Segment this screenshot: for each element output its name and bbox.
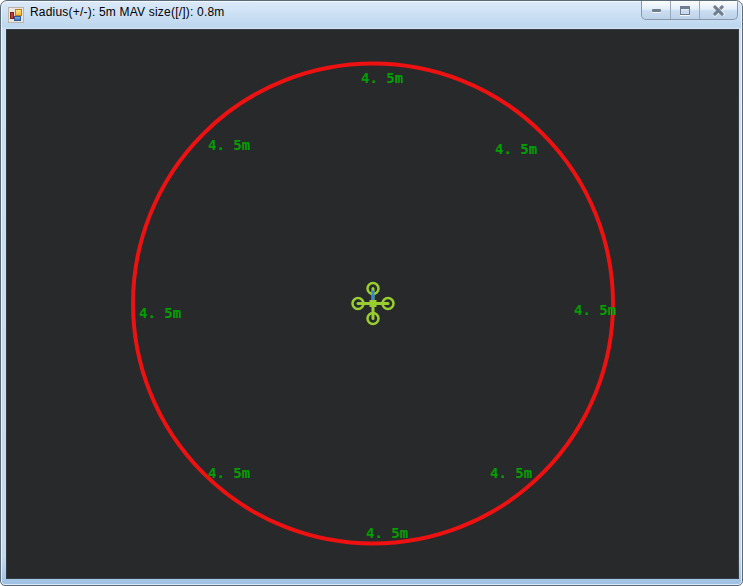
close-button[interactable] <box>700 1 737 19</box>
minimize-button[interactable] <box>642 1 671 19</box>
mav-radius-canvas[interactable]: 4. 5m 4. 5m 4. 5m 4. 5m 4. 5m 4. 5m 4. 5… <box>6 29 739 579</box>
radius-label-right: 4. 5m <box>574 303 616 318</box>
app-icon-blue-square <box>14 16 21 21</box>
radius-label-top-right: 4. 5m <box>495 142 537 157</box>
app-icon <box>8 7 24 23</box>
maximize-button[interactable] <box>671 1 700 19</box>
maximize-icon <box>680 6 690 15</box>
radius-label-left: 4. 5m <box>139 306 181 321</box>
caption-button-group <box>641 1 738 20</box>
mav-hub <box>370 300 377 307</box>
window-title: Radius(+/-): 5m MAV size([/]): 0.8m <box>30 5 224 25</box>
app-icon-yellow-square <box>15 9 22 16</box>
radius-label-bottom-right: 4. 5m <box>490 466 532 481</box>
mav-icon <box>353 283 394 324</box>
close-icon <box>713 5 724 16</box>
radius-label-bottom: 4. 5m <box>366 526 408 541</box>
scene-svg <box>6 29 739 579</box>
radius-label-top: 4. 5m <box>361 71 403 86</box>
radius-label-top-left: 4. 5m <box>208 138 250 153</box>
titlebar[interactable]: Radius(+/-): 5m MAV size([/]): 0.8m <box>1 1 742 28</box>
app-window: Radius(+/-): 5m MAV size([/]): 0.8m <box>0 0 743 586</box>
radius-label-bottom-left: 4. 5m <box>208 466 250 481</box>
minimize-icon <box>652 9 661 12</box>
